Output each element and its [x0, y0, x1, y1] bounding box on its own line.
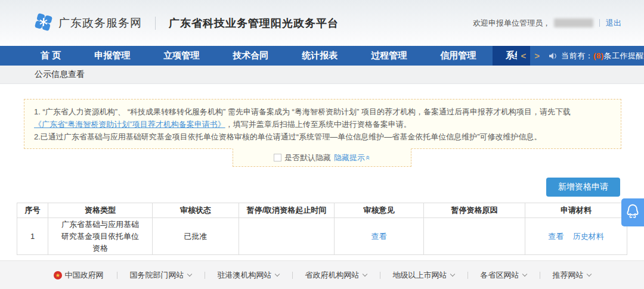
footer-link-provincial-gov[interactable]: 省政府机构网站 [292, 270, 380, 281]
footer-link-provinces[interactable]: 各省区网站 [467, 270, 540, 281]
chevron-down-icon [586, 272, 591, 276]
review-opinion-view-link[interactable]: 查看 [371, 232, 387, 241]
logout-divider [599, 19, 600, 27]
welcome-text: 欢迎申报单位管理员， [473, 18, 550, 29]
nav-item-report[interactable]: 统计报表 [285, 46, 354, 66]
reminder-prefix: 当前有： [561, 51, 593, 60]
table-header-row: 序号 资格类型 审核状态 暂停/取消资格起止时间 审核意见 暂停资格原因 申请材… [17, 203, 627, 218]
user-area: 欢迎申报单位管理员， 退出 [473, 18, 621, 29]
chevron-down-icon [187, 272, 191, 276]
reminder-text[interactable]: 当前有：(8)条工作提醒 [561, 51, 644, 61]
material-view-link[interactable]: 查看 [548, 232, 564, 241]
table-row: 1 广东省基础与应用基础研究基金项目依托单位资格 已批准 查看 查看 历史材料 [17, 218, 627, 255]
nav-item-credit[interactable]: 信用管理 [423, 46, 493, 66]
footer-link-label: 中国政府网 [65, 270, 104, 281]
hide-tip-label: 隐藏提示 [334, 153, 365, 163]
cell-application-material: 查看 历史材料 [525, 218, 627, 255]
title-divider [155, 17, 156, 30]
reminder-next-icon[interactable]: > [530, 46, 544, 66]
col-application-material: 申请材料 [525, 203, 627, 218]
reminder-count: (8) [593, 51, 603, 60]
cell-pause-reason [424, 218, 525, 255]
gov-pinwheel-logo-icon [35, 13, 52, 33]
nav-item-home[interactable]: 首 页 [24, 46, 78, 66]
application-form-download-link[interactable]: 《广东省“粤海智桥资助计划”项目荐才机构备案申请书》 [34, 120, 225, 129]
footer-link-label: 推荐网站 [553, 270, 584, 281]
brand: 广东政务服务网 广东省科技业务管理阳光政务平台 [35, 13, 339, 33]
notice-line-2: 《广东省“粤海智桥资助计划”项目荐才机构备案申请书》，填写并盖章后扫描上传至系统… [34, 118, 611, 130]
collapse-up-icon: « [364, 156, 372, 160]
page-header: 广东政务服务网 广东省科技业务管理阳光政务平台 欢迎申报单位管理员， 退出 [0, 0, 644, 46]
cell-qualification-type: 广东省基础与应用基础研究基金项目依托单位资格 [48, 218, 153, 255]
footer-link-city[interactable]: 地级以上市网站 [380, 270, 467, 281]
subnav-bar: 公示信息查看 [0, 66, 644, 84]
hide-tip-link[interactable]: 隐藏提示 « [334, 153, 370, 163]
new-qualification-button[interactable]: 新增资格申请 [546, 178, 620, 197]
qq-penguin-icon [625, 203, 640, 223]
col-review-status: 审核状态 [153, 203, 239, 218]
cell-pause-period [239, 218, 335, 255]
chevron-down-icon [362, 272, 367, 276]
announcement-speaker-icon [549, 52, 558, 60]
nav-item-declare[interactable]: 申报管理 [78, 46, 147, 66]
col-review-opinion: 审核意见 [335, 203, 424, 218]
page-title: 公示信息查看 [35, 69, 85, 80]
action-row: 新增资格申请 [0, 167, 644, 197]
footer-link-gov-cn[interactable]: 中国政府网 [41, 270, 117, 281]
footer-link-label: 国务院部门网站 [130, 270, 184, 281]
site-name: 广东政务服务网 [58, 15, 142, 31]
footer-link-label: 地级以上市网站 [393, 270, 447, 281]
qq-service-button[interactable] [621, 198, 644, 226]
nav-item-process[interactable]: 过程管理 [354, 46, 423, 66]
reminder-prev-icon[interactable]: < [517, 46, 531, 66]
footer-link-recommended[interactable]: 推荐网站 [540, 270, 604, 281]
work-reminder-bar: < > 当前有：(8)条工作提醒 [517, 46, 644, 66]
notice-hide-tab: 是否默认隐藏 隐藏提示 « [233, 148, 411, 167]
platform-title: 广东省科技业务管理阳光政务平台 [169, 16, 339, 30]
col-pause-period: 暂停/取消资格起止时间 [239, 203, 335, 218]
footer-link-label: 驻港澳机构网站 [218, 270, 272, 281]
nav-item-contract[interactable]: 技术合同 [216, 46, 285, 66]
footer-links: 中国政府网 国务院部门网站 驻港澳机构网站 省政府机构网站 地级以上市网站 各省… [41, 270, 604, 281]
footer-link-state-council[interactable]: 国务院部门网站 [117, 270, 205, 281]
col-pause-reason: 暂停资格原因 [424, 203, 525, 218]
chevron-down-icon [522, 272, 527, 276]
hide-default-label: 是否默认隐藏 [284, 153, 331, 163]
cell-review-opinion: 查看 [335, 218, 424, 255]
cell-review-status: 已批准 [153, 218, 239, 255]
qualification-table: 序号 资格类型 审核状态 暂停/取消资格起止时间 审核意见 暂停资格原因 申请材… [17, 203, 627, 255]
col-qualification-type: 资格类型 [48, 203, 153, 218]
nav-item-project[interactable]: 立项管理 [147, 46, 216, 66]
footer-link-hk-macau[interactable]: 驻港澳机构网站 [205, 270, 292, 281]
notice-box: 1. “广东省人力资源机构”、 “科技成果转移转化服务机构” 需先申请备案成为 … [24, 99, 621, 149]
main-content: 1. “广东省人力资源机构”、 “科技成果转移转化服务机构” 需先申请备案成为 … [0, 84, 644, 260]
chevron-down-icon [274, 272, 279, 276]
hide-default-checkbox[interactable] [274, 154, 281, 161]
reminder-suffix: 条工作提醒 [604, 51, 644, 60]
notice-line-3: 2.已通过广东省基础与应用基础研究基金项目依托单位资格审核的单位请通过“系统管理… [34, 130, 611, 143]
notice-line-1: 1. “广东省人力资源机构”、 “科技成果转移转化服务机构” 需先申请备案成为 … [34, 105, 611, 118]
main-nav: 首 页 申报管理 立项管理 技术合同 统计报表 过程管理 信用管理 系统管理 <… [0, 46, 644, 66]
material-history-link[interactable]: 历史材料 [573, 232, 604, 241]
cell-index: 1 [17, 218, 48, 255]
logout-link[interactable]: 退出 [606, 18, 621, 29]
national-emblem-icon [54, 271, 62, 279]
col-index: 序号 [17, 203, 48, 218]
footer-link-label: 各省区网站 [481, 270, 519, 281]
username-redacted [554, 18, 593, 27]
notice-line-2-rest: ，填写并盖章后扫描上传至系统中进行资格备案申请。 [225, 120, 411, 129]
page-footer: 中国政府网 国务院部门网站 驻港澳机构网站 省政府机构网站 地级以上市网站 各省… [0, 260, 644, 289]
chevron-down-icon [450, 272, 454, 276]
footer-link-label: 省政府机构网站 [305, 270, 360, 281]
